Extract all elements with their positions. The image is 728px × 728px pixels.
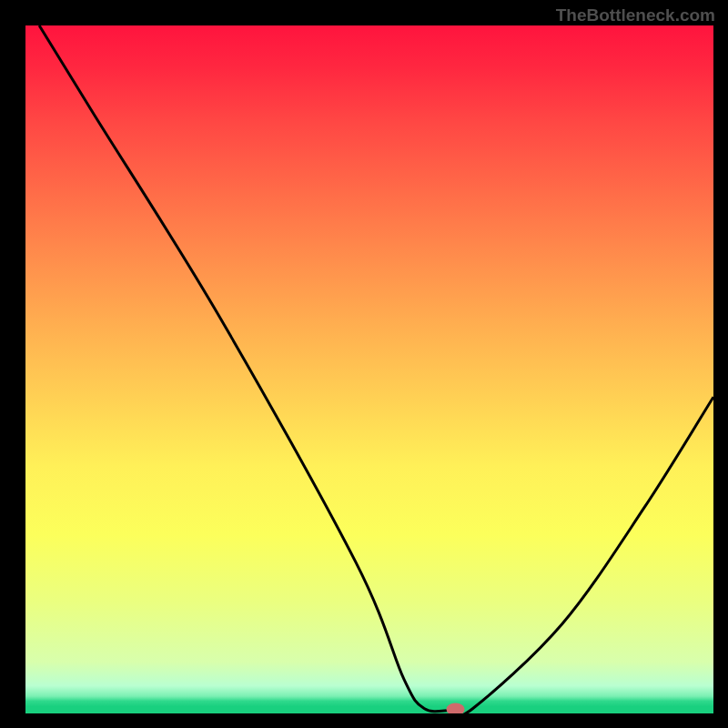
watermark-text: TheBottleneck.com bbox=[556, 5, 715, 25]
bottleneck-curve bbox=[39, 25, 713, 713]
chart-svg bbox=[25, 25, 713, 713]
plot-area bbox=[25, 25, 713, 713]
optimal-marker bbox=[447, 703, 465, 713]
